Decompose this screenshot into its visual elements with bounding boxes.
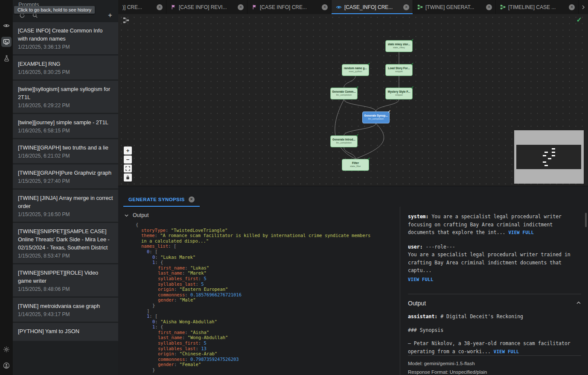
node-subtitle: state_mkey <box>386 46 412 49</box>
json-line: last_name: "Wong-Abdullah" <box>136 335 374 340</box>
node-title: Mystery Style F... <box>386 90 412 94</box>
eye-icon[interactable] <box>1 21 12 31</box>
json-line: commonness: 0.18576966276721016 <box>136 292 374 298</box>
prompt-list-item[interactable]: [CASE INFO] Create Common Info with rand… <box>13 22 118 54</box>
prompt-list-item[interactable]: [twine][journey] simple sample - 2T1L1/1… <box>13 114 118 138</box>
output-collapse-toggle[interactable]: Output <box>118 207 400 221</box>
message-text: You are a specialist legal procedural wr… <box>408 214 565 235</box>
json-line: first_name: "Lukas" <box>136 265 374 271</box>
node-subtitle: snippet <box>386 70 412 73</box>
tab-close-button[interactable]: ✕ <box>157 4 163 10</box>
json-line: 1: { <box>136 324 374 330</box>
tab-generate-synopsis[interactable]: GENERATE SYNOPSIS ✕ <box>123 193 200 207</box>
bottom-tab-close-button[interactable]: ✕ <box>189 196 195 202</box>
graph-node[interactable]: state mkey stor...state_mkey✓ <box>385 40 413 52</box>
messages-scrollbar[interactable] <box>585 213 587 227</box>
json-line: 0: [ <box>136 249 374 255</box>
json-line: first_name: "Aisha" <box>136 330 374 335</box>
graph-node[interactable]: Filterstate_filter✓ <box>342 159 369 171</box>
zoom-in-button[interactable]: + <box>124 146 132 155</box>
json-line: 1: { <box>136 260 374 265</box>
json-output-panel: Output {storyType: "TwistedLoveTriangle"… <box>118 207 400 375</box>
message-role: user: <box>408 244 426 250</box>
view-full-link[interactable]: VIEW FULL <box>508 230 534 235</box>
prompt-date: 1/15/2025, 8:53:47 PM <box>18 253 113 259</box>
assistant-heading: # Digital Deceit's Reckoning <box>440 313 523 319</box>
node-check-icon: ✓ <box>410 62 414 66</box>
editor-tab[interactable]: [CASE INFO] REVI...✕ <box>166 0 247 14</box>
editor-tab[interactable]: [CASE_INFO] CRE...✕ <box>332 0 413 14</box>
activity-bar <box>0 0 13 375</box>
prompt-list-item[interactable]: [EXAMPLE] RNG1/16/2025, 8:30:25 PM <box>13 56 118 79</box>
node-title: Generate Synop... <box>363 114 389 117</box>
flask-icon[interactable] <box>1 53 12 63</box>
prompt-date: 1/16/2025, 6:29:22 PM <box>18 103 113 108</box>
json-line: ] <box>136 308 374 314</box>
prompt-list-item[interactable]: [TWINE][SNIPPET][ROLE] Video game writer… <box>13 264 118 296</box>
add-prompt-button[interactable]: + <box>108 12 112 18</box>
minimap-node <box>544 152 548 153</box>
prompt-list-item[interactable]: [TWINE] metroidvania case graph1/14/2025… <box>13 298 118 322</box>
graph-node[interactable]: Load Story For...snippet✓ <box>385 64 413 76</box>
auto-layout-icon[interactable] <box>123 17 129 25</box>
prompt-title: [CASE INFO] Create Common Info with rand… <box>18 26 113 43</box>
prompts-icon[interactable] <box>1 37 12 47</box>
message-block: system: You are a specialist legal proce… <box>408 213 581 237</box>
view-full-link[interactable]: VIEW FULL <box>408 277 434 282</box>
node-subtitle: state_filter <box>342 165 369 168</box>
prompt-list-item[interactable]: [TWINE] [JINJA] Array merge in correct o… <box>13 190 118 222</box>
fit-view-button[interactable] <box>124 164 132 173</box>
json-line: origin: "Eastern European" <box>136 287 374 292</box>
tab-close-button[interactable]: ✕ <box>486 4 492 10</box>
main-area: )] CRE...✕[CASE INFO] REVI...✕[CASE INFO… <box>118 0 588 375</box>
minimap[interactable] <box>514 130 584 184</box>
node-title: Filter <box>342 161 369 165</box>
settings-gear-icon[interactable] <box>1 344 12 354</box>
graph-node[interactable]: Generate Introd...llm_completion✓ <box>330 135 358 147</box>
graph-canvas[interactable]: state mkey stor...state_mkey✓random name… <box>118 14 588 186</box>
editor-tab[interactable]: [TWINE] GENERAT...✕ <box>413 0 496 14</box>
tab-label: [CASE_INFO] CRE... <box>344 4 401 10</box>
editor-tabs: )] CRE...✕[CASE INFO] REVI...✕[CASE INFO… <box>118 0 579 14</box>
graph-node[interactable]: Generate Synop...llm_completion✓ <box>362 111 390 123</box>
json-line: commonness: 0.7987359247526203 <box>136 357 374 362</box>
graph-node[interactable]: Generate Comm...llm_completion✓ <box>330 88 358 100</box>
message-list: system: You are a specialist legal proce… <box>408 213 581 290</box>
minimap-viewport <box>516 145 581 169</box>
view-full-link[interactable]: VIEW FULL <box>494 349 519 354</box>
node-check-icon: ✓ <box>410 38 414 42</box>
json-line: last_name: "Marek" <box>136 270 374 276</box>
prompt-list-item[interactable]: [twine][syllogism] sample syllogism for … <box>13 81 118 113</box>
tab-overflow-chevron-icon[interactable] <box>579 0 588 14</box>
editor-tab[interactable]: [CASE INFO] CRE...✕ <box>247 0 332 14</box>
prompt-list-item[interactable]: [TWINE][SNIPPET][SAMPLE CASE] Online Thr… <box>13 223 118 263</box>
prompt-list-item[interactable]: [PYTHON] Yaml to JSON <box>13 323 118 341</box>
tab-close-button[interactable]: ✕ <box>569 4 575 10</box>
node-subtitle: llm_completion <box>363 117 389 120</box>
tab-close-button[interactable]: ✕ <box>403 4 409 10</box>
zoom-out-button[interactable]: − <box>124 155 132 164</box>
editor-tab[interactable]: )] CRE...✕ <box>118 0 166 14</box>
graph-node[interactable]: Mystery Style F...snippet✓ <box>385 88 413 100</box>
prompt-list-item[interactable]: [TWINE][GRAPH] two truths and a lie1/16/… <box>13 139 118 163</box>
node-subtitle: snippet <box>386 94 412 97</box>
tab-bar: )] CRE...✕[CASE INFO] REVI...✕[CASE INFO… <box>118 0 588 14</box>
eye-icon <box>336 4 342 10</box>
editor-tab[interactable]: [TIMELINE] CASE ...✕ <box>496 0 579 14</box>
bottom-tab-row: GENERATE SYNOPSIS ✕ <box>118 186 588 207</box>
output-collapse-up-icon[interactable] <box>576 300 581 307</box>
tab-close-button[interactable]: ✕ <box>238 4 244 10</box>
divider <box>408 294 581 294</box>
tab-label: [TIMELINE] CASE ... <box>508 4 566 10</box>
output-label: Output <box>133 212 149 218</box>
back-tooltip: Click to go back, hold to see history <box>14 6 95 14</box>
json-line: syllables_last: 5 <box>136 281 374 287</box>
tab-close-button[interactable]: ✕ <box>322 4 328 10</box>
graph-node[interactable]: random name g...exec_python✓ <box>342 64 369 76</box>
account-icon[interactable] <box>1 360 12 371</box>
prompt-list-item[interactable]: [TWINE][GRAPH]Pure Graphviz graph1/15/20… <box>13 164 118 188</box>
lock-button[interactable] <box>124 173 132 182</box>
node-check-icon: ✓ <box>355 85 359 90</box>
json-line: theme: "A romance scam facilitator is ki… <box>136 233 374 243</box>
json-line: 0: "Lukas Marek" <box>136 255 374 260</box>
